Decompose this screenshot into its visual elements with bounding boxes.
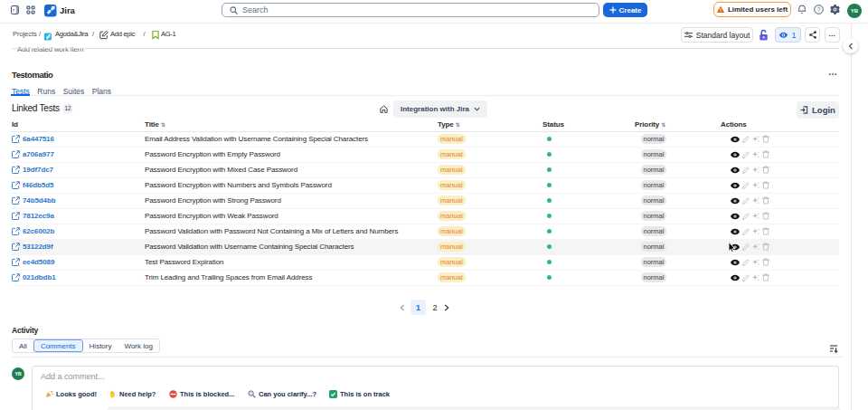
svg-text:?: ? <box>817 6 821 13</box>
